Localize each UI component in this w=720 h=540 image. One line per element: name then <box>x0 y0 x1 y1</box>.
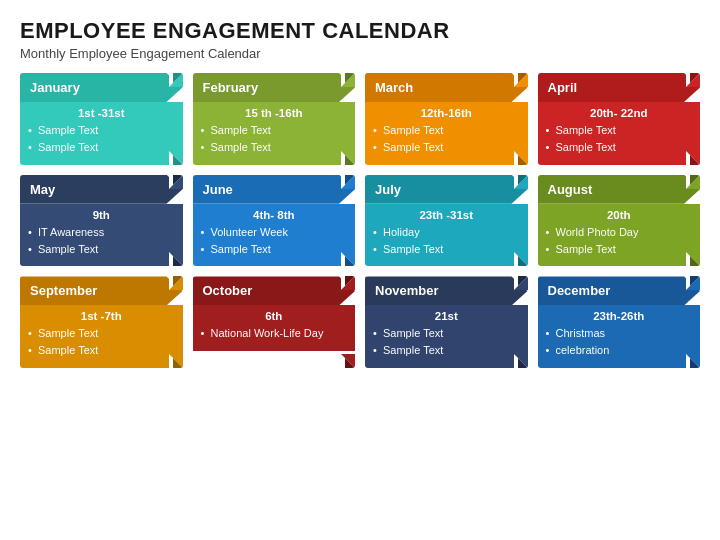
month-items-nov: •Sample Text•Sample Text <box>373 326 520 358</box>
month-card-may: May9th•IT Awareness•Sample Text <box>20 175 183 267</box>
month-date-dec: 23th-26th <box>546 310 693 322</box>
fold-inner-br <box>690 358 700 368</box>
fold-inner-tr <box>345 73 355 83</box>
fold-inner-tr <box>690 276 700 286</box>
month-body-apr: 20th- 22nd•Sample Text•Sample Text <box>538 102 701 165</box>
fold-inner-br <box>345 256 355 266</box>
fold-inner-br <box>345 155 355 165</box>
list-item: •Sample Text <box>546 140 693 155</box>
month-card-sep: September1st -7th•Sample Text•Sample Tex… <box>20 276 183 368</box>
fold-inner-tr <box>345 276 355 286</box>
list-item: •Sample Text <box>201 242 348 257</box>
fold-inner-tr <box>173 276 183 286</box>
list-item: •Holiday <box>373 225 520 240</box>
month-body-aug: 20th•World Photo Day•Sample Text <box>538 204 701 267</box>
fold-inner-tr <box>690 73 700 83</box>
month-date-sep: 1st -7th <box>28 310 175 322</box>
month-header-mar: March <box>365 73 528 102</box>
month-card-feb: February15 th -16th•Sample Text•Sample T… <box>193 73 356 165</box>
month-items-mar: •Sample Text•Sample Text <box>373 123 520 155</box>
month-items-sep: •Sample Text•Sample Text <box>28 326 175 358</box>
month-date-aug: 20th <box>546 209 693 221</box>
month-date-jul: 23th -31st <box>373 209 520 221</box>
fold-inner-br <box>518 358 528 368</box>
list-item: •World Photo Day <box>546 225 693 240</box>
page-title: EMPLOYEE ENGAGEMENT CALENDAR <box>20 18 700 44</box>
fold-inner-tr <box>518 276 528 286</box>
month-body-jun: 4th- 8th•Volunteer Week•Sample Text <box>193 204 356 267</box>
month-card-jan: January1st -31st•Sample Text•Sample Text <box>20 73 183 165</box>
list-item: •Sample Text <box>546 242 693 257</box>
fold-inner-br <box>173 155 183 165</box>
month-items-apr: •Sample Text•Sample Text <box>546 123 693 155</box>
month-body-may: 9th•IT Awareness•Sample Text <box>20 204 183 267</box>
fold-inner-br <box>173 256 183 266</box>
month-header-dec: December <box>538 276 701 305</box>
list-item: •National Work-Life Day <box>201 326 348 341</box>
fold-inner-br <box>690 155 700 165</box>
fold-inner-tr <box>690 175 700 185</box>
list-item: •IT Awareness <box>28 225 175 240</box>
month-date-feb: 15 th -16th <box>201 107 348 119</box>
month-card-mar: March12th-16th•Sample Text•Sample Text <box>365 73 528 165</box>
month-body-feb: 15 th -16th•Sample Text•Sample Text <box>193 102 356 165</box>
list-item: •Sample Text <box>28 140 175 155</box>
month-body-jul: 23th -31st•Holiday•Sample Text <box>365 204 528 267</box>
calendar-grid: January1st -31st•Sample Text•Sample Text… <box>20 73 700 368</box>
page-subtitle: Monthly Employee Engagement Calendar <box>20 46 700 61</box>
fold-inner-tr <box>518 73 528 83</box>
month-items-may: •IT Awareness•Sample Text <box>28 225 175 257</box>
month-header-oct: October <box>193 276 356 305</box>
month-items-dec: •Christmas•celebration <box>546 326 693 358</box>
month-header-feb: February <box>193 73 356 102</box>
month-items-oct: •National Work-Life Day <box>201 326 348 341</box>
list-item: •Sample Text <box>28 242 175 257</box>
month-items-feb: •Sample Text•Sample Text <box>201 123 348 155</box>
month-body-dec: 23th-26th•Christmas•celebration <box>538 305 701 368</box>
list-item: •Sample Text <box>201 123 348 138</box>
month-header-apr: April <box>538 73 701 102</box>
month-date-mar: 12th-16th <box>373 107 520 119</box>
month-card-nov: November21st•Sample Text•Sample Text <box>365 276 528 368</box>
list-item: •Sample Text <box>28 326 175 341</box>
month-date-jan: 1st -31st <box>28 107 175 119</box>
list-item: •celebration <box>546 343 693 358</box>
fold-inner-br <box>518 155 528 165</box>
month-card-aug: August20th•World Photo Day•Sample Text <box>538 175 701 267</box>
month-header-may: May <box>20 175 183 204</box>
month-date-apr: 20th- 22nd <box>546 107 693 119</box>
list-item: •Sample Text <box>373 242 520 257</box>
fold-inner-br <box>690 256 700 266</box>
month-body-nov: 21st•Sample Text•Sample Text <box>365 305 528 368</box>
fold-inner-br <box>345 358 355 368</box>
list-item: •Sample Text <box>373 326 520 341</box>
fold-inner-tr <box>345 175 355 185</box>
month-date-oct: 6th <box>201 310 348 322</box>
month-body-mar: 12th-16th•Sample Text•Sample Text <box>365 102 528 165</box>
month-card-apr: April20th- 22nd•Sample Text•Sample Text <box>538 73 701 165</box>
month-items-jul: •Holiday•Sample Text <box>373 225 520 257</box>
month-body-sep: 1st -7th•Sample Text•Sample Text <box>20 305 183 368</box>
month-body-oct: 6th•National Work-Life Day <box>193 305 356 351</box>
fold-inner-br <box>518 256 528 266</box>
month-header-aug: August <box>538 175 701 204</box>
month-body-jan: 1st -31st•Sample Text•Sample Text <box>20 102 183 165</box>
list-item: •Sample Text <box>373 123 520 138</box>
month-header-jul: July <box>365 175 528 204</box>
list-item: •Sample Text <box>28 123 175 138</box>
month-header-jan: January <box>20 73 183 102</box>
month-items-jan: •Sample Text•Sample Text <box>28 123 175 155</box>
fold-inner-tr <box>173 73 183 83</box>
list-item: •Sample Text <box>201 140 348 155</box>
month-items-jun: •Volunteer Week•Sample Text <box>201 225 348 257</box>
list-item: •Sample Text <box>373 140 520 155</box>
month-header-jun: June <box>193 175 356 204</box>
month-date-jun: 4th- 8th <box>201 209 348 221</box>
month-date-may: 9th <box>28 209 175 221</box>
month-items-aug: •World Photo Day•Sample Text <box>546 225 693 257</box>
month-header-sep: September <box>20 276 183 305</box>
fold-inner-tr <box>518 175 528 185</box>
list-item: •Sample Text <box>373 343 520 358</box>
fold-inner-br <box>173 358 183 368</box>
month-card-dec: December23th-26th•Christmas•celebration <box>538 276 701 368</box>
